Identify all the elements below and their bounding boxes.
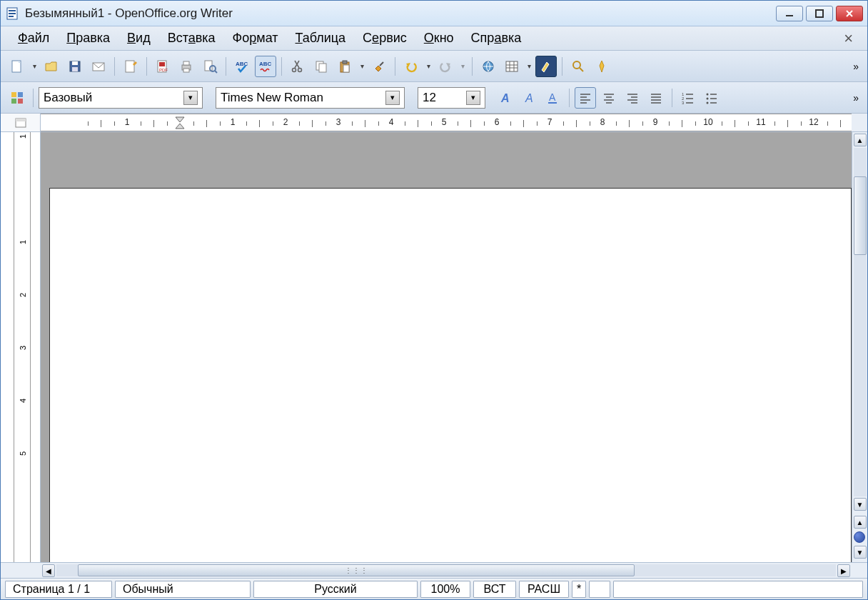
save-button[interactable] <box>64 56 86 77</box>
menu-window[interactable]: Окно <box>415 28 463 49</box>
menu-tools[interactable]: Сервис <box>354 28 415 49</box>
separator <box>281 57 282 76</box>
scroll-left-button[interactable]: ◀ <box>42 564 55 577</box>
menu-view[interactable]: Вид <box>118 28 159 49</box>
menu-format[interactable]: Формат <box>224 28 287 49</box>
status-selection-mode[interactable]: РАСШ <box>519 581 569 598</box>
redo-button[interactable] <box>435 56 456 77</box>
separator <box>472 57 473 76</box>
svg-rect-16 <box>183 61 189 65</box>
email-button[interactable] <box>88 56 109 77</box>
table-button[interactable] <box>501 56 523 77</box>
scroll-down-button[interactable]: ▼ <box>854 498 867 511</box>
align-center-button[interactable] <box>598 87 620 109</box>
spellcheck-button[interactable]: ABC <box>231 56 253 77</box>
menu-bar: Файл Правка Вид Вставка Формат Таблица С… <box>1 26 867 51</box>
redo-dropdown[interactable] <box>458 56 467 77</box>
formatting-toolbar: Базовый Times New Roman 12 A A A 123 » <box>1 82 867 114</box>
table-dropdown[interactable] <box>525 56 533 77</box>
new-dropdown[interactable] <box>30 56 39 77</box>
align-justify-button[interactable] <box>645 87 667 109</box>
paste-dropdown[interactable] <box>358 56 366 77</box>
document-viewport[interactable] <box>41 132 852 562</box>
font-name-value: Times New Roman <box>221 91 381 105</box>
menu-insert[interactable]: Вставка <box>159 28 224 49</box>
new-button[interactable] <box>6 56 28 77</box>
copy-button[interactable] <box>311 56 332 77</box>
page[interactable] <box>49 188 852 562</box>
undo-button[interactable] <box>400 56 422 77</box>
close-button[interactable] <box>836 6 863 21</box>
navigation-target-button[interactable] <box>854 531 865 543</box>
menu-edit[interactable]: Правка <box>58 28 118 49</box>
status-language[interactable]: Русский <box>253 581 418 598</box>
svg-rect-35 <box>18 99 23 104</box>
align-left-button[interactable] <box>575 87 596 109</box>
menu-table[interactable]: Таблица <box>287 28 355 49</box>
scroll-up-button[interactable]: ▲ <box>854 134 867 146</box>
maximize-button[interactable] <box>806 6 833 21</box>
svg-rect-17 <box>183 69 189 72</box>
document-close-icon[interactable]: × <box>838 29 859 48</box>
menu-file[interactable]: Файл <box>9 28 58 49</box>
svg-rect-11 <box>126 61 134 72</box>
find-replace-button[interactable] <box>567 56 589 77</box>
svg-point-23 <box>298 68 302 71</box>
print-button[interactable] <box>176 56 197 77</box>
bullet-list-button[interactable] <box>701 87 722 109</box>
underline-button[interactable]: A <box>542 87 564 109</box>
print-preview-button[interactable] <box>199 56 221 77</box>
status-page-style[interactable]: Обычный <box>115 581 251 598</box>
hscroll-thumb[interactable]: ⋮⋮⋮ <box>78 564 635 576</box>
status-zoom[interactable]: 100% <box>420 581 470 598</box>
separator <box>562 57 562 76</box>
combo-dropdown-button[interactable] <box>183 91 198 105</box>
indent-marker-icon[interactable] <box>175 116 185 131</box>
svg-text:ABC: ABC <box>259 61 272 67</box>
svg-rect-39 <box>548 102 557 104</box>
horizontal-scrollbar: ◀ ⋮⋮⋮ ▶ <box>1 562 867 578</box>
status-signature[interactable] <box>589 581 610 598</box>
bold-button[interactable]: A <box>495 87 517 109</box>
status-insert-mode[interactable]: ВСТ <box>473 581 516 598</box>
svg-rect-14 <box>159 62 165 66</box>
paragraph-style-combo[interactable]: Базовый <box>39 87 203 109</box>
cut-button[interactable] <box>287 56 308 77</box>
scroll-track[interactable] <box>854 148 867 496</box>
format-paintbrush-button[interactable] <box>368 56 390 77</box>
vertical-ruler[interactable]: 112345 <box>14 132 31 562</box>
next-page-button[interactable]: ▼ <box>854 546 867 559</box>
menu-help[interactable]: Справка <box>463 28 530 49</box>
toolbar-overflow[interactable]: » <box>849 92 862 104</box>
show-drawbar-button[interactable] <box>535 56 557 77</box>
prev-page-button[interactable]: ▲ <box>854 516 867 529</box>
italic-button[interactable]: A <box>519 87 540 109</box>
minimize-button[interactable] <box>776 6 803 21</box>
status-info[interactable] <box>613 581 863 598</box>
combo-dropdown-button[interactable] <box>385 91 400 105</box>
status-modified[interactable]: * <box>572 581 586 598</box>
numbered-list-button[interactable]: 123 <box>677 87 699 109</box>
toolbar-overflow[interactable]: » <box>849 61 862 72</box>
undo-dropdown[interactable] <box>424 56 433 77</box>
svg-text:A: A <box>500 92 510 104</box>
open-button[interactable] <box>41 56 62 77</box>
scroll-thumb[interactable] <box>854 176 867 255</box>
svg-rect-32 <box>11 92 16 97</box>
horizontal-ruler[interactable]: 1123456789101112131415 <box>41 114 852 131</box>
align-right-button[interactable] <box>622 87 643 109</box>
svg-rect-2 <box>9 13 16 14</box>
status-page[interactable]: Страница 1 / 1 <box>5 581 112 598</box>
hyperlink-button[interactable] <box>478 56 499 77</box>
combo-dropdown-button[interactable] <box>466 91 480 105</box>
font-size-combo[interactable]: 12 <box>418 87 485 109</box>
auto-spellcheck-button[interactable]: ABC <box>255 56 276 77</box>
paste-button[interactable] <box>334 56 355 77</box>
export-pdf-button[interactable]: PDF <box>152 56 173 77</box>
navigator-button[interactable] <box>591 56 612 77</box>
edit-file-button[interactable] <box>120 56 141 77</box>
font-name-combo[interactable]: Times New Roman <box>216 87 405 109</box>
hscroll-track[interactable]: ⋮⋮⋮ <box>56 564 836 576</box>
scroll-right-button[interactable]: ▶ <box>837 564 850 577</box>
styles-window-button[interactable] <box>6 87 28 109</box>
